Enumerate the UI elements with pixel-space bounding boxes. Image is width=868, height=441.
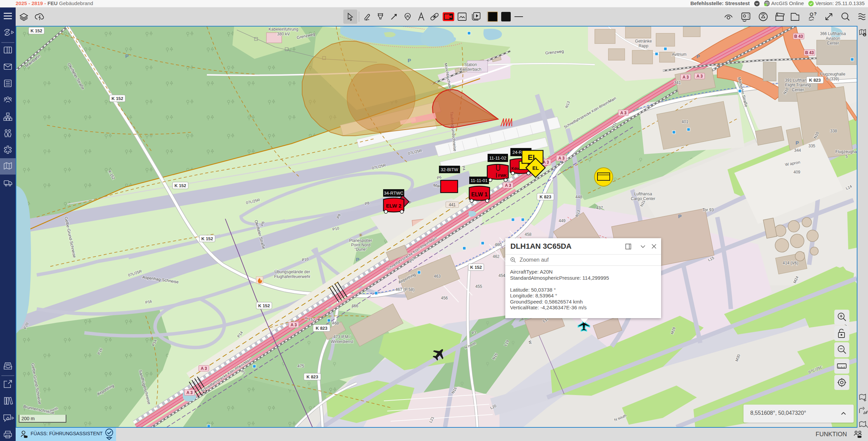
svg-text:467 (P 58): 467 (P 58) bbox=[395, 287, 414, 292]
svg-text:344: 344 bbox=[794, 148, 801, 153]
svg-text:A 3: A 3 bbox=[683, 75, 689, 80]
svg-text:Lufthansa: Lufthansa bbox=[634, 192, 652, 196]
svg-text:Cargo Center: Cargo Center bbox=[631, 196, 655, 201]
svg-text:409: 409 bbox=[793, 170, 800, 175]
svg-text:EL: EL bbox=[532, 165, 539, 171]
svg-text:Kelsterbach: Kelsterbach bbox=[460, 67, 481, 72]
svg-text:K 152: K 152 bbox=[31, 28, 43, 33]
svg-text:Winterdienst: Winterdienst bbox=[331, 339, 354, 344]
svg-text:P: P bbox=[125, 53, 129, 59]
svg-text:460: 460 bbox=[495, 242, 502, 247]
svg-text:473 IFM /: 473 IFM / bbox=[333, 334, 351, 339]
svg-text:K 823: K 823 bbox=[316, 326, 328, 331]
svg-text:K 823: K 823 bbox=[809, 78, 821, 83]
svg-text:Center: Center bbox=[827, 41, 839, 46]
svg-text:B 43: B 43 bbox=[805, 50, 814, 55]
svg-text:455: 455 bbox=[475, 284, 482, 289]
svg-text:475: 475 bbox=[297, 364, 304, 369]
svg-text:P: P bbox=[408, 58, 411, 63]
svg-text:A 3: A 3 bbox=[201, 366, 207, 371]
svg-text:Rapp: Rapp bbox=[639, 44, 649, 48]
svg-text:P: P bbox=[356, 257, 359, 262]
svg-text:34-RTWC: 34-RTWC bbox=[384, 191, 404, 196]
svg-text:449: 449 bbox=[559, 218, 566, 223]
svg-text:448: 448 bbox=[575, 195, 582, 199]
svg-text:Planespotter: Planespotter bbox=[349, 238, 372, 243]
svg-text:Kabeleinführung: Kabeleinführung bbox=[268, 27, 298, 32]
svg-text:1: 1 bbox=[864, 33, 866, 36]
svg-text:A 3: A 3 bbox=[697, 74, 703, 79]
svg-text:Flugzeughalle: Flugzeughalle bbox=[820, 72, 846, 77]
svg-text:414 (V6): 414 (V6) bbox=[783, 261, 798, 265]
svg-text:ELW 1: ELW 1 bbox=[471, 192, 488, 197]
svg-text:335: 335 bbox=[808, 144, 815, 148]
svg-text:A 3: A 3 bbox=[543, 160, 549, 165]
svg-text:B 43: B 43 bbox=[794, 34, 803, 39]
svg-text:Übungsgelände der: Übungsgelände der bbox=[275, 270, 310, 274]
svg-text:Flugzeughal: Flugzeughal bbox=[835, 149, 857, 154]
svg-text:456: 456 bbox=[441, 296, 448, 300]
svg-text:441: 441 bbox=[449, 202, 456, 207]
svg-text:462: 462 bbox=[493, 254, 499, 259]
svg-text:K 152: K 152 bbox=[112, 96, 124, 101]
svg-text:Center: Center bbox=[792, 87, 804, 92]
svg-text:341: 341 bbox=[674, 80, 681, 85]
svg-text:K 152: K 152 bbox=[175, 183, 186, 188]
svg-text:P4: P4 bbox=[461, 165, 466, 170]
svg-text:A 3: A 3 bbox=[505, 183, 511, 188]
svg-text:6 (339): 6 (339) bbox=[826, 77, 839, 81]
svg-text:437: 437 bbox=[596, 206, 603, 210]
svg-text:✳: ✳ bbox=[359, 232, 363, 238]
svg-text:Tor 93: Tor 93 bbox=[702, 208, 714, 212]
svg-text:366 Lufthansa: 366 Lufthansa bbox=[820, 31, 846, 36]
svg-text:"Dune": "Dune" bbox=[354, 247, 367, 252]
svg-text:P: P bbox=[678, 213, 682, 219]
svg-text:463: 463 bbox=[434, 274, 441, 279]
svg-text:A 3: A 3 bbox=[291, 323, 297, 327]
svg-text:466: 466 bbox=[351, 304, 358, 308]
svg-text:K 152: K 152 bbox=[470, 265, 482, 270]
svg-text:K 152: K 152 bbox=[201, 236, 213, 241]
svg-text:?: ? bbox=[814, 11, 817, 16]
svg-text:A 3: A 3 bbox=[558, 156, 565, 161]
svg-text:FWK: FWK bbox=[498, 174, 507, 178]
svg-text:32-BITW: 32-BITW bbox=[441, 167, 458, 172]
svg-text:K 152: K 152 bbox=[258, 303, 270, 308]
svg-text:Aviation: Aviation bbox=[826, 36, 840, 41]
svg-text:P: P bbox=[697, 53, 700, 59]
svg-text:5: 5 bbox=[846, 154, 848, 159]
svg-text:A 3: A 3 bbox=[620, 111, 627, 115]
svg-text:K 823: K 823 bbox=[540, 194, 552, 199]
svg-text:Getränke: Getränke bbox=[635, 39, 652, 44]
svg-text:338: 338 bbox=[830, 129, 837, 133]
svg-text:458: 458 bbox=[525, 232, 531, 237]
svg-text:A 3: A 3 bbox=[186, 390, 193, 395]
svg-text:Point Nord: Point Nord bbox=[351, 243, 371, 247]
svg-text:Flughafenfeuerwehr: Flughafenfeuerwehr bbox=[274, 274, 311, 279]
svg-text:468: 468 bbox=[332, 321, 339, 326]
svg-text:Avitrium: Avitrium bbox=[672, 52, 686, 57]
svg-text:P: P bbox=[796, 140, 799, 146]
svg-text:K 823: K 823 bbox=[307, 374, 318, 379]
svg-text:380 kV: 380 kV bbox=[277, 32, 290, 36]
svg-text:454: 454 bbox=[498, 273, 505, 278]
svg-text:401: 401 bbox=[682, 119, 688, 124]
svg-text:Station: Station bbox=[464, 62, 477, 67]
svg-text:ELW 2: ELW 2 bbox=[386, 203, 401, 209]
svg-text:11-11-01: 11-11-01 bbox=[471, 178, 488, 183]
svg-text:11-11-02: 11-11-02 bbox=[489, 156, 506, 161]
